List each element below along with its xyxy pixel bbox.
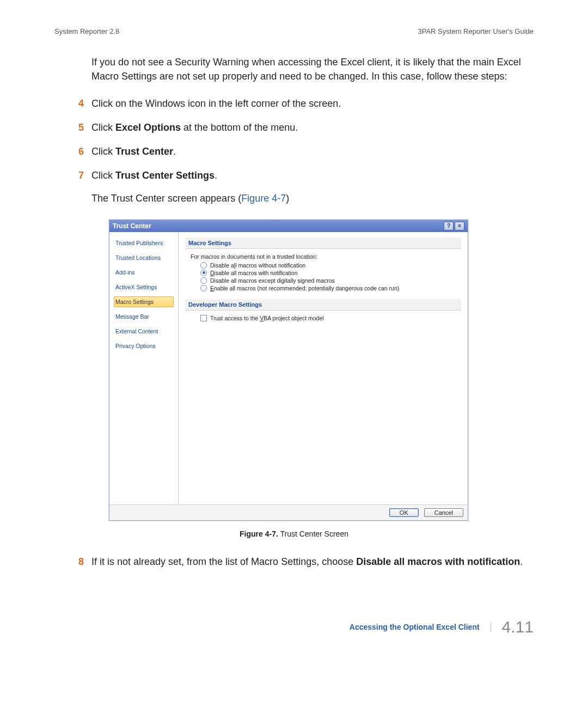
step-number: 5 (54, 120, 91, 135)
figure-ref-link[interactable]: Figure 4-7 (241, 193, 286, 204)
step-6: 6 Click Trust Center. (54, 144, 534, 159)
checkbox-icon[interactable] (200, 315, 207, 321)
radio-disable-with-notification[interactable]: Disable all macros with notification (200, 270, 461, 276)
trust-center-window: Trust Center ? × Trusted Publishers Trus… (109, 220, 468, 521)
figure-caption: Figure 4-7. Trust Center Screen (54, 530, 534, 538)
dialog-footer: OK Cancel (109, 504, 468, 520)
section-macro-settings: Macro Settings (185, 238, 461, 249)
radio-icon[interactable] (200, 262, 207, 269)
radio-disable-without-notification[interactable]: Disable all macros without notification (200, 262, 461, 269)
page-number: 4.11 (502, 618, 534, 636)
help-icon[interactable]: ? (444, 222, 454, 230)
step-5: 5 Click Excel Options at the bottom of t… (54, 120, 534, 135)
sidebar-item-external-content[interactable]: External Content (114, 326, 174, 337)
trust-center-main: Macro Settings For macros in documents n… (179, 232, 468, 504)
figure-trust-center: Trust Center ? × Trusted Publishers Trus… (109, 220, 468, 521)
trust-center-appears: The Trust Center screen appears (Figure … (91, 193, 534, 204)
trust-center-sidebar: Trusted Publishers Trusted Locations Add… (109, 232, 179, 504)
header-left: System Reporter 2.8 (54, 27, 119, 35)
page-header: System Reporter 2.8 3PAR System Reporter… (54, 27, 534, 35)
footer-section-link[interactable]: Accessing the Optional Excel Client (350, 623, 491, 631)
radio-icon[interactable] (200, 277, 207, 284)
step-number: 4 (54, 96, 91, 111)
cancel-button[interactable]: Cancel (424, 508, 463, 517)
close-icon[interactable]: × (455, 222, 464, 230)
macro-intro: For macros in documents not in a trusted… (191, 253, 461, 260)
radio-icon[interactable] (200, 270, 207, 276)
step-text: Click Trust Center. (91, 144, 534, 159)
step-number: 7 (54, 168, 91, 182)
radio-disable-except-signed[interactable]: Disable all macros except digitally sign… (200, 277, 461, 284)
step-4: 4 Click on the Windows icon in the left … (54, 96, 534, 111)
sidebar-item-trusted-publishers[interactable]: Trusted Publishers (114, 238, 174, 248)
step-text: Click on the Windows icon in the left co… (91, 96, 534, 111)
page-footer: Accessing the Optional Excel Client 4.11 (54, 618, 534, 636)
step-number: 8 (54, 555, 91, 569)
sidebar-item-add-ins[interactable]: Add-ins (114, 267, 174, 278)
checkbox-trust-vba[interactable]: Trust access to the VBA project object m… (200, 315, 461, 321)
sidebar-item-macro-settings[interactable]: Macro Settings (114, 296, 174, 307)
section-developer-macro-settings: Developer Macro Settings (185, 299, 461, 311)
sidebar-item-activex-settings[interactable]: ActiveX Settings (114, 282, 174, 293)
step-text: If it is not already set, from the list … (91, 555, 534, 569)
window-title: Trust Center (113, 222, 151, 230)
step-number: 6 (54, 144, 91, 159)
titlebar: Trust Center ? × (109, 220, 468, 232)
step-text: Click Excel Options at the bottom of the… (91, 120, 534, 135)
intro-paragraph: If you do not see a Security Warning whe… (91, 55, 534, 83)
step-7: 7 Click Trust Center Settings. (54, 168, 534, 182)
step-text: Click Trust Center Settings. (91, 168, 534, 182)
radio-enable-all[interactable]: Enable all macros (not recommended; pote… (200, 285, 461, 291)
sidebar-item-message-bar[interactable]: Message Bar (114, 311, 174, 322)
sidebar-item-trusted-locations[interactable]: Trusted Locations (114, 252, 174, 263)
header-right: 3PAR System Reporter User's Guide (418, 27, 534, 35)
radio-icon[interactable] (200, 285, 207, 291)
sidebar-item-privacy-options[interactable]: Privacy Options (114, 340, 174, 351)
step-8: 8 If it is not already set, from the lis… (54, 555, 534, 569)
ok-button[interactable]: OK (389, 508, 419, 517)
